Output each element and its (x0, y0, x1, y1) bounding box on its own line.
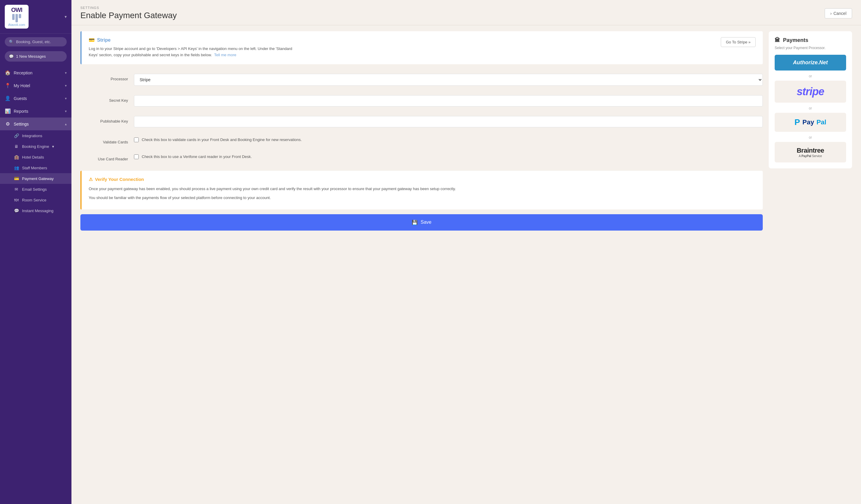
logo-bar-1 (12, 14, 15, 20)
sidebar-dropdown-icon[interactable]: ▾ (65, 14, 67, 19)
reception-icon: 🏠 (5, 70, 11, 75)
paypal-text: Pay (802, 118, 814, 126)
logo-text: OWI (11, 7, 22, 13)
authorize-net-text: Authorize.Net (793, 59, 828, 66)
subnav-hotel-details-label: Hotel Details (22, 155, 44, 159)
secret-key-input[interactable] (134, 95, 763, 107)
sidebar-logo[interactable]: OWI Atavoli.com ▾ (0, 0, 71, 33)
sidebar-item-myhotel-label: My Hotel (14, 83, 30, 88)
tell-me-more-link[interactable]: Tell me more (214, 53, 236, 57)
validate-cards-row: Validate Cards Check this box to validat… (80, 132, 763, 149)
messages-label: 1 New Messages (16, 54, 46, 59)
header-left: SETTINGS Enable Payment Gateway (80, 6, 177, 20)
logo-bar-3 (19, 14, 21, 18)
sidebar-item-reports-label: Reports (14, 109, 28, 114)
use-card-reader-desc: Check this box to use a Verifone card re… (142, 154, 252, 160)
subnav-room-service[interactable]: 🍽 Room Service (0, 195, 71, 205)
messages-icon: 💬 (9, 54, 14, 59)
paypal-logo[interactable]: P PayPal (775, 113, 846, 132)
logo-bars (12, 14, 21, 22)
subnav-staff-members[interactable]: 👥 Staff Members (0, 163, 71, 173)
secret-key-label: Secret Key (80, 95, 128, 103)
use-card-reader-label: Use Card Reader (80, 154, 128, 161)
save-label: Save (421, 220, 432, 225)
publishable-key-input[interactable] (134, 116, 763, 127)
use-card-reader-checkbox[interactable] (134, 154, 139, 159)
validate-cards-field: Check this box to validate cards in your… (134, 137, 763, 143)
chevron-down-icon: ▾ (65, 84, 67, 88)
save-button[interactable]: 💾 Save (80, 214, 763, 230)
payments-title: Payments (783, 37, 808, 43)
subnav-integrations[interactable]: 🔗 Integrations (0, 130, 71, 141)
payment-gateway-icon: 💳 (14, 176, 19, 181)
logo-bar-2 (15, 14, 18, 22)
payments-icon: 🏛 (775, 37, 780, 43)
save-icon: 💾 (412, 220, 418, 225)
braintree-text: Braintree (797, 147, 824, 154)
form-section: Processor Stripe Authorize.Net PayPal Br… (80, 69, 763, 166)
sidebar-nav: 🏠 Reception ▾ 📍 My Hotel ▾ 👤 Guests ▾ 📊 … (0, 64, 71, 504)
warning-icon: ⚠ (89, 177, 93, 182)
use-card-reader-row: Use Card Reader Check this box to use a … (80, 149, 763, 166)
sidebar-item-myhotel[interactable]: 📍 My Hotel ▾ (0, 79, 71, 92)
main-content: SETTINGS Enable Payment Gateway › Cancel… (71, 0, 861, 504)
subnav-payment-gateway[interactable]: 💳 Payment Gateway (0, 173, 71, 184)
sidebar-search[interactable]: 🔍 Booking, Guest, etc. (5, 37, 67, 46)
braintree-logo[interactable]: Braintree A PayPal Service (775, 142, 846, 163)
stripe-description: Log in to your Stripe account and go to … (89, 46, 297, 58)
publishable-key-row: Publishable Key (80, 111, 763, 132)
sidebar-item-reports[interactable]: 📊 Reports ▾ (0, 105, 71, 117)
paypal-text-2: Pal (816, 118, 826, 126)
cancel-button[interactable]: › Cancel (825, 8, 852, 18)
use-card-reader-field: Check this box to use a Verifone card re… (134, 154, 763, 160)
guests-icon: 👤 (5, 96, 11, 101)
or-divider-1: or (775, 74, 846, 78)
subnav-integrations-label: Integrations (22, 134, 42, 138)
subnav-instant-messaging-label: Instant Messaging (22, 209, 54, 213)
cancel-label: Cancel (833, 11, 846, 16)
verify-box: ⚠ Verify Your Connection Once your payme… (80, 171, 763, 209)
secret-key-field (134, 95, 763, 107)
verify-text-2: You should be familiar with the payments… (89, 195, 756, 201)
room-service-icon: 🍽 (14, 198, 19, 202)
instant-messaging-icon: 💬 (14, 208, 19, 213)
subnav-email-label: Email Settings (22, 187, 47, 192)
subnav-hotel-details[interactable]: 🏨 Hotel Details (0, 152, 71, 163)
settings-icon: ⚙ (5, 121, 11, 127)
sidebar-item-guests-label: Guests (14, 96, 27, 101)
validate-cards-label: Validate Cards (80, 137, 128, 144)
booking-engine-icon: 🖥 (14, 144, 19, 149)
payments-subtitle: Select your Payment Processor. (775, 46, 846, 50)
stripe-info-box: 💳 Stripe Log in to your Stripe account a… (80, 31, 763, 64)
email-icon: ✉ (14, 187, 19, 192)
authorize-net-logo[interactable]: Authorize.Net (775, 55, 846, 71)
validate-cards-checkbox[interactable] (134, 138, 139, 142)
page-title: Enable Payment Gateway (80, 11, 177, 20)
subnav-staff-label: Staff Members (22, 166, 47, 170)
payments-header: 🏛 Payments (775, 37, 846, 43)
sidebar-messages[interactable]: 💬 1 New Messages (5, 51, 67, 61)
or-divider-2: or (775, 106, 846, 110)
sidebar-item-guests[interactable]: 👤 Guests ▾ (0, 92, 71, 105)
main-header: SETTINGS Enable Payment Gateway › Cancel (71, 0, 861, 25)
use-card-reader-checkbox-row: Check this box to use a Verifone card re… (134, 154, 763, 160)
myhotel-icon: 📍 (5, 83, 11, 88)
reports-icon: 📊 (5, 108, 11, 114)
settings-label: SETTINGS (80, 6, 177, 10)
integrations-icon: 🔗 (14, 133, 19, 138)
chevron-up-icon: ▴ (65, 122, 67, 126)
publishable-key-field (134, 116, 763, 127)
sidebar-item-reception[interactable]: 🏠 Reception ▾ (0, 66, 71, 79)
processor-select[interactable]: Stripe Authorize.Net PayPal Braintree (134, 74, 763, 86)
subnav-instant-messaging[interactable]: 💬 Instant Messaging (0, 205, 71, 216)
logo-domain: Atavoli.com (8, 23, 25, 27)
processor-row: Processor Stripe Authorize.Net PayPal Br… (80, 69, 763, 90)
search-placeholder: Booking, Guest, etc. (16, 40, 51, 44)
subnav-booking-engine[interactable]: 🖥 Booking Engine ▾ (0, 141, 71, 152)
subnav-email-settings[interactable]: ✉ Email Settings (0, 184, 71, 195)
sidebar-item-reception-label: Reception (14, 71, 32, 75)
go-to-stripe-button[interactable]: Go To Stripe » (721, 37, 756, 47)
chevron-right-icon: › (830, 11, 832, 16)
stripe-logo[interactable]: stripe (775, 81, 846, 103)
sidebar-item-settings[interactable]: ⚙ Settings ▴ (0, 117, 71, 130)
